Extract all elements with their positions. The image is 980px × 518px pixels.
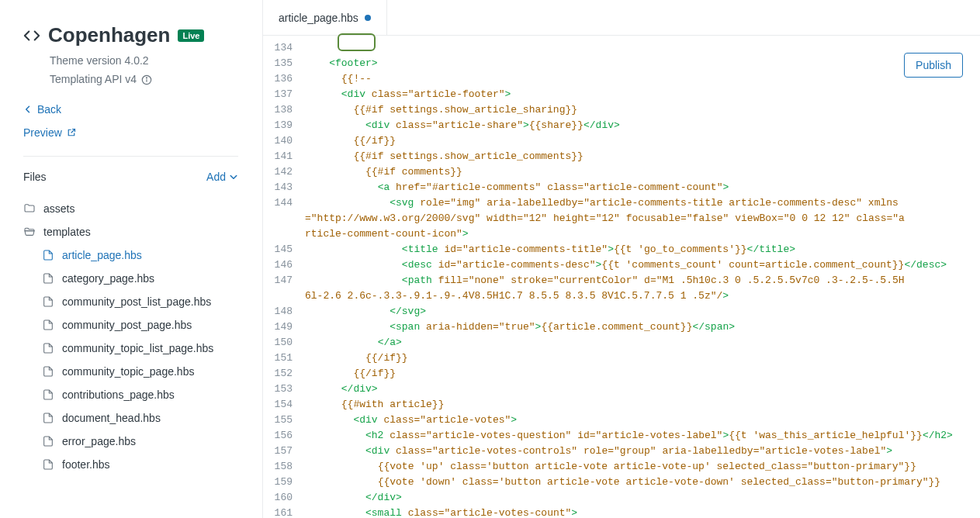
code-line[interactable]: 143 <a href="#article-comments" class="a… [263, 180, 980, 195]
chevron-down-icon [229, 172, 238, 181]
file-item[interactable]: contributions_page.hbs [23, 383, 238, 406]
code-line[interactable]: 136 {{!-- [263, 71, 980, 87]
code-line[interactable]: 138 {{#if settings.show_article_sharing}… [263, 102, 980, 118]
theme-name: Copenhagen [48, 23, 170, 47]
file-icon [42, 249, 54, 261]
code-line[interactable]: 157 <div class="article-votes-controls" … [263, 444, 980, 459]
file-item[interactable]: document_head.hbs [23, 406, 238, 430]
editor-panel: article_page.hbs Publish 134135 <footer>… [262, 0, 980, 518]
code-line[interactable]: 146 <desc id="article-comments-desc">{{t… [263, 257, 980, 273]
external-link-icon [67, 128, 76, 137]
file-icon [42, 319, 54, 331]
file-icon [42, 342, 54, 354]
code-line[interactable]: 142 {{#if comments}} [263, 164, 980, 180]
code-line[interactable]: 140 {{/if}} [263, 133, 980, 149]
code-line[interactable]: 154 {{#with article}} [263, 397, 980, 413]
code-line[interactable]: 148 </svg> [263, 304, 980, 319]
files-heading: Files [23, 171, 47, 183]
code-line[interactable]: 150 </a> [263, 335, 980, 351]
file-item[interactable]: error_page.hbs [23, 430, 238, 453]
file-item[interactable]: article_page.hbs [23, 243, 238, 267]
code-line[interactable]: 147 <path fill="none" stroke="currentCol… [263, 273, 980, 304]
nav-links: Back Preview [23, 103, 238, 139]
file-item[interactable]: community_post_list_page.hbs [23, 290, 238, 313]
folder-templates[interactable]: templates [23, 220, 238, 243]
code-line[interactable]: 155 <div class="article-votes"> [263, 413, 980, 428]
tab-bar: article_page.hbs [263, 0, 980, 36]
code-line[interactable]: 141 {{#if settings.show_article_comments… [263, 149, 980, 164]
theme-meta: Theme version 4.0.2 Templating API v4 [50, 52, 238, 89]
file-icon [42, 272, 54, 285]
back-link[interactable]: Back [23, 103, 238, 116]
file-icon [42, 435, 54, 447]
divider [23, 156, 238, 157]
live-badge: Live [178, 29, 204, 42]
tab-label: article_page.hbs [279, 12, 358, 24]
preview-link[interactable]: Preview [23, 126, 238, 139]
file-icon [42, 365, 54, 378]
info-icon[interactable] [141, 74, 152, 85]
file-icon [42, 458, 54, 471]
code-line[interactable]: 159 {{vote 'down' class='button article-… [263, 475, 980, 490]
file-item[interactable]: community_topic_page.hbs [23, 360, 238, 383]
code-line[interactable]: 134 [263, 40, 980, 56]
folder-icon [23, 202, 36, 215]
file-icon [42, 412, 54, 424]
file-icon [42, 295, 54, 308]
code-editor[interactable]: 134135 <footer>136 {{!--137 <div class="… [263, 36, 980, 518]
code-line[interactable]: 158 {{vote 'up' class='button article-vo… [263, 459, 980, 475]
templating-api: Templating API v4 [50, 71, 238, 89]
code-line[interactable]: 151 {{/if}} [263, 351, 980, 366]
file-icon [42, 388, 54, 401]
sidebar: Copenhagen Live Theme version 4.0.2 Temp… [0, 0, 262, 518]
dirty-indicator-icon [365, 15, 371, 21]
theme-header: Copenhagen Live [23, 23, 238, 47]
code-line[interactable]: 144 <svg role="img" aria-labelledby="art… [263, 195, 980, 242]
folder-open-icon [23, 226, 36, 238]
file-item[interactable]: footer.hbs [23, 453, 238, 476]
file-item[interactable]: category_page.hbs [23, 267, 238, 290]
chevron-left-icon [23, 105, 33, 114]
tab-article-page[interactable]: article_page.hbs [263, 0, 387, 35]
file-item[interactable]: community_post_page.hbs [23, 313, 238, 337]
code-line[interactable]: 145 <title id="article-comments-title">{… [263, 242, 980, 257]
svg-point-2 [147, 78, 147, 78]
file-tree: assets templates article_page.hbscategor… [23, 197, 238, 476]
code-line[interactable]: 156 <h2 class="article-votes-question" i… [263, 428, 980, 444]
code-line[interactable]: 135 <footer> [263, 56, 980, 71]
code-line[interactable]: 161 <small class="article-votes-count"> [263, 506, 980, 518]
code-line[interactable]: 149 <span aria-hidden="true">{{article.c… [263, 319, 980, 335]
svg-line-3 [71, 129, 75, 133]
folder-assets[interactable]: assets [23, 197, 238, 220]
theme-version: Theme version 4.0.2 [50, 52, 238, 71]
code-line[interactable]: 137 <div class="article-footer"> [263, 87, 980, 102]
code-line[interactable]: 139 <div class="article-share">{{share}}… [263, 118, 980, 133]
add-button[interactable]: Add [206, 171, 238, 183]
publish-button[interactable]: Publish [904, 53, 963, 78]
code-line[interactable]: 160 </div> [263, 490, 980, 506]
files-header: Files Add [23, 171, 238, 183]
code-icon [23, 27, 40, 44]
file-item[interactable]: community_topic_list_page.hbs [23, 337, 238, 360]
code-line[interactable]: 152 {{/if}} [263, 366, 980, 382]
code-line[interactable]: 153 </div> [263, 382, 980, 397]
